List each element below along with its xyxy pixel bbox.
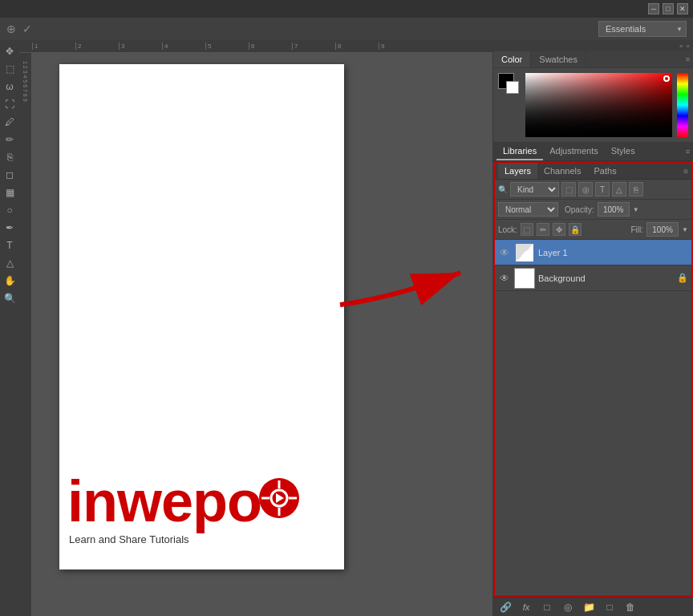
layer-thumbnail-background [514, 268, 535, 289]
logo-circle-icon [258, 477, 300, 519]
layers-panel: Layers Channels Paths ≡ 🔍 Kind ⬚ ◎ T △ ⎘ [493, 161, 693, 616]
tab-adjustments[interactable]: Adjustments [543, 143, 605, 160]
minimize-button[interactable]: ─ [648, 3, 659, 14]
fg-bg-swatches [498, 73, 521, 97]
filter-type-btn[interactable]: T [595, 182, 610, 197]
fill-arrow[interactable]: ▼ [682, 226, 688, 233]
blend-mode-dropdown[interactable]: Normal [498, 202, 558, 217]
main-toolbar: ⊕ ✓ Essentials ▼ [0, 18, 693, 40]
search-icon: 🔍 [498, 185, 508, 194]
tab-channels[interactable]: Channels [537, 163, 587, 179]
lib-panel-options[interactable]: ≡ [686, 143, 690, 160]
collapse-arrow-left[interactable]: « [679, 43, 683, 50]
tool-move[interactable]: ✥ [2, 43, 18, 59]
lock-pixels-btn[interactable]: ⬚ [521, 223, 533, 236]
delete-layer-btn[interactable]: 🗑 [623, 600, 638, 614]
blend-opacity-row: Normal Opacity: ▼ [495, 200, 691, 220]
maximize-button[interactable]: □ [663, 3, 674, 14]
tool-crop[interactable]: ⛶ [2, 96, 18, 112]
layer-lock-icon: 🔒 [677, 273, 688, 283]
tool-brush[interactable]: ✏ [2, 132, 18, 148]
tool-gradient[interactable]: ▦ [2, 184, 18, 201]
titlebar: ─ □ ✕ [0, 0, 693, 18]
close-button[interactable]: ✕ [677, 3, 688, 14]
opacity-arrow[interactable]: ▼ [633, 206, 639, 213]
filter-shape-btn[interactable]: △ [612, 182, 626, 197]
background-swatch[interactable] [506, 81, 519, 94]
tab-swatches[interactable]: Swatches [531, 51, 586, 67]
tool-eyedrop[interactable]: 🖊 [2, 114, 18, 130]
layer-thumbnail-layer1 [514, 242, 535, 263]
color-spectrum[interactable] [525, 73, 672, 137]
link-layers-btn[interactable]: 🔗 [498, 600, 513, 614]
fx-btn[interactable]: fx [519, 600, 533, 614]
tool-clone[interactable]: ⎘ [2, 149, 18, 165]
tool-select[interactable]: ⬚ [2, 61, 18, 77]
target-icon: ✓ [22, 22, 32, 35]
layer-row-layer1[interactable]: 👁 Layer 1 [495, 240, 691, 265]
lock-position-btn[interactable]: ✥ [553, 223, 565, 236]
tool-zoom[interactable]: 🔍 [2, 290, 18, 306]
ruler-mark: 9 [379, 43, 422, 50]
fill-label: Fill: [631, 225, 644, 234]
color-panel-tabs: Color Swatches ≡ [493, 51, 693, 68]
workspace-dropdown[interactable]: Essentials ▼ [598, 21, 687, 37]
ruler-mark: 2 [75, 43, 119, 50]
layer-visibility-background[interactable]: 👁 [498, 272, 511, 285]
tab-layers[interactable]: Layers [498, 163, 537, 179]
tool-hand[interactable]: ✋ [2, 273, 18, 289]
tool-burn[interactable]: ○ [2, 202, 18, 218]
collapse-arrow-right[interactable]: » [687, 43, 690, 50]
ruler-left: 1 2 3 4 5 6 7 8 9 [19, 53, 32, 616]
color-panel-options[interactable]: ≡ [686, 55, 690, 63]
ruler-mark: 1 [32, 43, 75, 50]
folder-btn[interactable]: 📁 [582, 600, 596, 614]
filter-pixel-btn[interactable]: ⬚ [561, 182, 576, 197]
create-mask-btn[interactable]: □ [540, 600, 554, 614]
new-layer-btn[interactable]: □ [602, 600, 617, 614]
ruler-mark: 5 [205, 43, 249, 50]
main-layout: ✥ ⬚ ω ⛶ 🖊 ✏ ⎘ ◻ ▦ ○ ✒ T △ ✋ 🔍 1 2 3 4 5 … [0, 40, 693, 616]
tab-styles[interactable]: Styles [605, 143, 642, 160]
tab-color[interactable]: Color [493, 51, 531, 67]
lock-fill-row: Lock: ⬚ ✏ ✥ 🔒 Fill: ▼ [495, 220, 691, 240]
layer-row-background[interactable]: 👁 Background 🔒 [495, 265, 691, 291]
ruler-mark: 7 [292, 43, 335, 50]
layers-list: 👁 Layer 1 👁 Background 🔒 [495, 240, 691, 595]
filter-smart-btn[interactable]: ⎘ [629, 182, 643, 197]
kind-dropdown[interactable]: Kind [510, 182, 559, 197]
filter-adjust-btn[interactable]: ◎ [578, 182, 593, 197]
layer-name-layer1: Layer 1 [538, 248, 688, 257]
red-arrow-indicator [332, 257, 476, 314]
color-panel-body [493, 68, 693, 142]
tool-lasso[interactable]: ω [2, 79, 18, 95]
color-panel: Color Swatches ≡ [493, 51, 693, 143]
tool-type[interactable]: T [2, 237, 18, 253]
layers-filter-row: 🔍 Kind ⬚ ◎ T △ ⎘ [495, 180, 691, 200]
tool-eraser[interactable]: ◻ [2, 167, 18, 183]
ruler-mark: 4 [162, 43, 205, 50]
tab-paths[interactable]: Paths [588, 163, 623, 179]
tool-shape[interactable]: △ [2, 255, 18, 271]
logo-main-text: inwepo [67, 472, 261, 530]
ruler-mark: 8 [335, 43, 379, 50]
fill-input[interactable] [646, 222, 679, 237]
color-hue-bar[interactable] [677, 73, 688, 137]
opacity-input[interactable] [598, 202, 630, 217]
panel-collapse-row: « » [493, 40, 693, 51]
opacity-label: Opacity: [565, 205, 594, 214]
tool-pen[interactable]: ✒ [2, 220, 18, 236]
ps-icon: ⊕ [6, 22, 16, 35]
lock-all-btn[interactable]: 🔒 [569, 223, 582, 236]
adjustment-btn[interactable]: ◎ [561, 600, 575, 614]
tab-libraries[interactable]: Libraries [496, 143, 543, 160]
logo-area: inwepo Learn and Share Tutorials [67, 472, 300, 545]
layer-visibility-layer1[interactable]: 👁 [498, 246, 511, 259]
lib-tabs-row: Libraries Adjustments Styles ≡ [493, 143, 693, 161]
essentials-label: Essentials [606, 24, 646, 34]
lock-label: Lock: [498, 225, 517, 234]
layers-options-icon[interactable]: ≡ [683, 167, 688, 176]
ruler-top: 1 2 3 4 5 6 7 8 9 [19, 40, 492, 53]
right-panels: « » Color Swatches ≡ [492, 40, 693, 616]
lock-paint-btn[interactable]: ✏ [537, 223, 549, 236]
